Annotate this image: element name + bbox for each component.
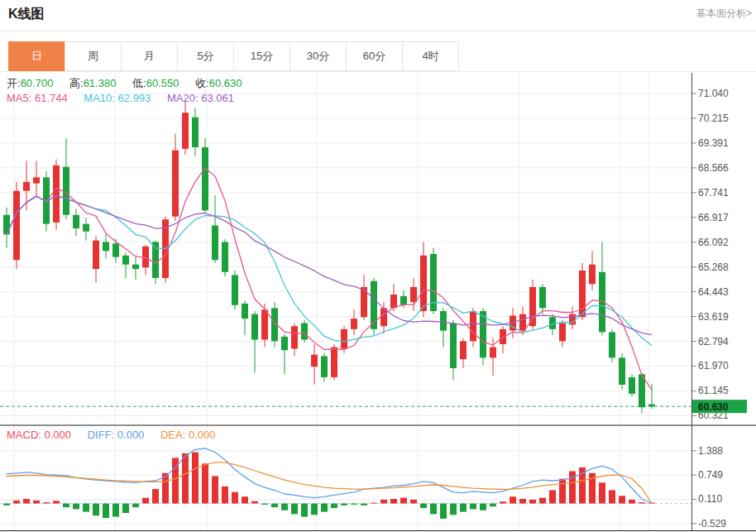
macd-y-axis: 1.3880.7490.110-0.529 (692, 445, 726, 530)
ma10-value: MA10: 62.993 (84, 92, 151, 104)
svg-text:67.741: 67.741 (698, 187, 729, 199)
tab-day[interactable]: 日 (8, 41, 65, 71)
ohlc-legend: 开:60.700 高:61.380 低:60.550 收:60.630 (7, 76, 255, 91)
macd-value: MACD: 0.000 (7, 429, 71, 441)
svg-text:65.268: 65.268 (698, 261, 729, 273)
macd-histogram (3, 453, 655, 519)
page-title: K线图 (8, 6, 45, 23)
tab-30min[interactable]: 30分 (289, 41, 347, 71)
svg-text:62.794: 62.794 (698, 336, 729, 347)
diff-value: DIFF: 0.000 (88, 429, 145, 441)
ma20-line (7, 196, 652, 335)
svg-text:0.110: 0.110 (698, 493, 722, 505)
ohlc-open: 开:60.700 (7, 77, 53, 89)
svg-text:66.917: 66.917 (698, 212, 729, 223)
svg-text:0.749: 0.749 (698, 469, 723, 481)
tab-15min[interactable]: 15分 (233, 41, 290, 71)
tab-week[interactable]: 周 (65, 41, 122, 71)
tab-60min[interactable]: 60分 (346, 41, 403, 71)
svg-text:71.040: 71.040 (698, 88, 729, 99)
svg-text:-0.529: -0.529 (698, 518, 726, 530)
ma20-value: MA20: 63.061 (167, 92, 234, 104)
price-y-axis: 71.04070.21569.39168.56667.74166.91766.0… (692, 88, 729, 421)
tab-month[interactable]: 月 (121, 41, 178, 71)
current-price-badge: 60.630 (692, 400, 747, 413)
tabs-divider (0, 71, 756, 72)
tab-5min[interactable]: 5分 (177, 41, 234, 71)
svg-text:61.145: 61.145 (698, 385, 729, 396)
ma5-line (7, 168, 652, 390)
dea-value: DEA: 0.000 (160, 429, 216, 441)
tab-4hour[interactable]: 4时 (402, 41, 459, 71)
fundamental-analysis-link[interactable]: 基本面分析> (696, 7, 752, 21)
ohlc-low: 低:60.550 (132, 77, 179, 89)
macd-legend: MACD: 0.000 DIFF: 0.000 DEA: 0.000 (7, 429, 229, 441)
grid-lines (0, 73, 691, 530)
svg-text:61.970: 61.970 (698, 360, 729, 371)
page-header: K线图 基本面分析> (0, 0, 756, 31)
ma5-value: MA5: 61.744 (7, 92, 68, 104)
svg-text:70.215: 70.215 (698, 113, 729, 124)
svg-text:64.443: 64.443 (698, 286, 729, 298)
svg-text:1.388: 1.388 (698, 445, 723, 457)
svg-text:68.566: 68.566 (698, 162, 729, 174)
ma-legend: MA5: 61.744 MA10: 62.993 MA20: 63.061 (7, 92, 247, 104)
svg-text:66.092: 66.092 (698, 237, 729, 248)
ohlc-high: 高:61.380 (69, 77, 116, 89)
svg-text:63.619: 63.619 (698, 311, 729, 323)
ohlc-close: 收:60.630 (195, 77, 242, 89)
svg-text:69.391: 69.391 (698, 137, 729, 149)
interval-tabs: 日 周 月 5分 15分 30分 60分 4时 (8, 41, 459, 71)
svg-text:60.630: 60.630 (698, 401, 729, 413)
